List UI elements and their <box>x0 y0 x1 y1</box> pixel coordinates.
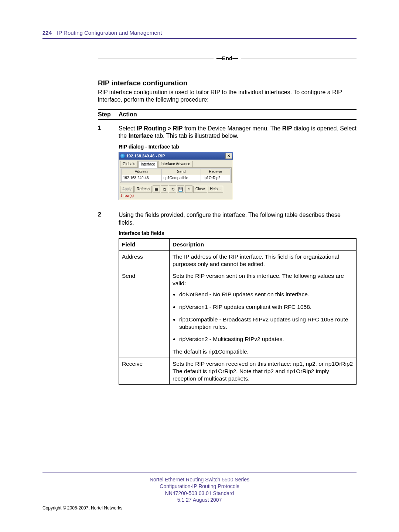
step-action-header: Step Action <box>98 110 357 120</box>
footer-line-2: Configuration-IP Routing Protocols <box>42 483 357 490</box>
field-name: Address <box>119 250 170 270</box>
close-button[interactable]: Close <box>193 186 207 193</box>
step-1-number: 1 <box>98 125 119 206</box>
dialog-title: 192.168.249.46 - RIP <box>126 153 165 158</box>
field-name: Send <box>119 270 170 358</box>
header-step: Step <box>98 111 119 118</box>
undo-icon[interactable]: ⟲ <box>169 185 176 193</box>
th-field: Field <box>119 238 170 250</box>
table-row: Receive Sets the RIP version received on… <box>119 358 357 384</box>
list-item: doNotSend - No RIP updates sent on this … <box>179 291 353 298</box>
interface-grid: Address Send Receive 192.168.249.46 rip1… <box>121 168 231 182</box>
table-row: Send Sets the RIP version sent on this i… <box>119 270 357 358</box>
tab-globals[interactable]: Globals <box>120 161 138 167</box>
save-icon[interactable]: 💾 <box>177 185 184 193</box>
row-count: 1 row(s) <box>119 194 233 200</box>
step-2-body: Using the fields provided, configure the… <box>119 211 357 385</box>
close-icon[interactable]: ✕ <box>225 153 232 159</box>
footer-line-3: NN47200-503 03.01 Standard <box>42 490 357 497</box>
help-button[interactable]: Help... <box>208 186 223 193</box>
field-desc: The IP address of the RIP interface. Thi… <box>170 250 357 270</box>
page-header: 224 IP Routing Configuration and Managem… <box>42 30 357 36</box>
tab-interface-advance[interactable]: Interface Advance <box>158 161 193 167</box>
end-marker: —End— <box>214 55 241 61</box>
tab-strip: Globals Interface Interface Advance <box>119 160 233 167</box>
step-2: 2 Using the fields provided, configure t… <box>98 211 357 385</box>
field-desc: Sets the RIP version sent on this interf… <box>170 270 357 358</box>
dialog-titlebar: 192.168.249.46 - RIP ✕ <box>119 152 233 160</box>
step-1-body: Select IP Routing > RIP from the Device … <box>119 125 357 206</box>
rip-dialog: 192.168.249.46 - RIP ✕ Globals Interface… <box>119 152 233 200</box>
th-description: Description <box>170 238 357 250</box>
list-item: ripVersion2 - Multicasting RIPv2 updates… <box>179 335 353 343</box>
col-address: Address <box>122 168 162 175</box>
footer-rule <box>42 473 357 473</box>
header-rule <box>42 38 357 39</box>
dialog-toolbar: Apply Refresh ▦ ⧉ ⟲ 💾 ⎙ Close Help... <box>119 184 233 194</box>
col-receive: Receive <box>201 168 231 175</box>
page-footer: Nortel Ethernet Routing Switch 5500 Seri… <box>42 473 357 511</box>
copyright: Copyright © 2005-2007, Nortel Networks <box>42 505 357 511</box>
header-action: Action <box>119 111 137 118</box>
tab-interface[interactable]: Interface <box>138 161 158 168</box>
list-item: ripVersion1 - RIP updates compliant with… <box>179 303 353 311</box>
fields-caption: Interface tab fields <box>119 230 357 237</box>
step-1: 1 Select IP Routing > RIP from the Devic… <box>98 125 357 206</box>
footer-line-1: Nortel Ethernet Routing Switch 5500 Seri… <box>42 476 357 483</box>
toolbar-icon-1[interactable]: ▦ <box>153 185 160 193</box>
chapter-title: IP Routing Configuration and Management <box>57 30 162 36</box>
dialog-caption: RIP dialog - Interface tab <box>119 144 357 150</box>
refresh-button[interactable]: Refresh <box>134 186 152 193</box>
field-name: Receive <box>119 358 170 384</box>
end-marker-row: —End— <box>98 55 357 61</box>
table-row: Address The IP address of the RIP interf… <box>119 250 357 270</box>
table-row[interactable]: 192.168.249.46 rip1Compatible rip1OrRip2 <box>122 175 231 182</box>
footer-line-4: 5.1 27 August 2007 <box>42 497 357 503</box>
field-desc: Sets the RIP version received on this in… <box>170 358 357 384</box>
apply-button[interactable]: Apply <box>120 186 134 193</box>
section-intro: RIP interface configuration is used to t… <box>98 89 357 103</box>
window-icon <box>120 154 125 158</box>
col-send: Send <box>162 168 201 175</box>
section-title: RIP interface configuration <box>98 79 357 87</box>
step-2-number: 2 <box>98 211 119 385</box>
list-item: rip1Compatible - Broadcasts RIPv2 update… <box>179 316 353 331</box>
page-number: 224 <box>42 30 52 36</box>
print-icon[interactable]: ⎙ <box>185 185 192 193</box>
copy-icon[interactable]: ⧉ <box>161 185 168 193</box>
interface-fields-table: Field Description Address The IP address… <box>119 238 357 385</box>
